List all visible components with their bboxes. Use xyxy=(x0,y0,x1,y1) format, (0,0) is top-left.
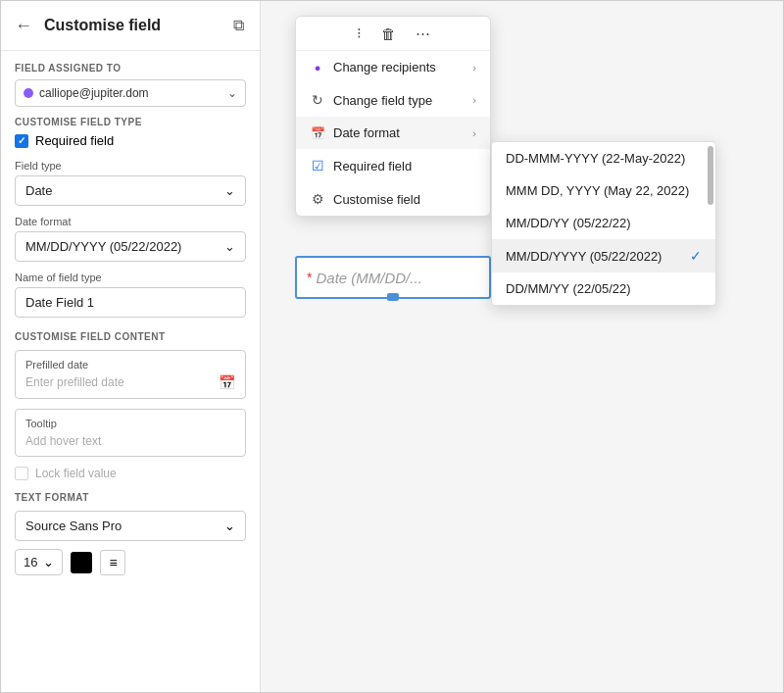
submenu-item-mm-dd-yyyy[interactable]: MM/DD/YYYY (05/22/2022) ✓ xyxy=(492,239,715,272)
date-format-submenu: DD-MMM-YYYY (22-May-2022) MMM DD, YYYY (… xyxy=(491,141,716,306)
customise-field-content-label: CUSTOMISE FIELD CONTENT xyxy=(15,331,246,342)
recipients-chevron-icon: › xyxy=(472,62,476,74)
dd-mm-yy-label: DD/MM/YY (22/05/22) xyxy=(506,281,631,296)
required-checkbox[interactable] xyxy=(15,134,28,148)
lock-field-label: Lock field value xyxy=(35,467,117,480)
field-type-chevron-icon: ⌄ xyxy=(224,183,235,198)
mm-dd-yy-label: MM/DD/YY (05/22/22) xyxy=(506,216,631,230)
right-panel: ⁝ 🗑 ⋯ ● Change recipients › ↻ Change fie… xyxy=(261,1,783,692)
menu-item-change-recipients[interactable]: ● Change recipients › xyxy=(296,51,490,83)
more-options-icon[interactable]: ⋯ xyxy=(416,25,430,42)
assigned-to-dropdown[interactable]: calliope@jupiter.dom ⌄ xyxy=(15,79,246,107)
font-name-text: Source Sans Pro xyxy=(25,519,122,533)
required-field-menu-icon: ☑ xyxy=(310,158,325,173)
format-bottom-row: 16 ⌄ ≡ xyxy=(15,549,246,575)
text-align-button[interactable]: ≡ xyxy=(100,550,125,575)
resize-handle[interactable] xyxy=(387,293,399,301)
font-size-value: 16 xyxy=(24,555,37,569)
font-select[interactable]: Source Sans Pro ⌄ xyxy=(15,511,246,541)
date-format-label: Date format xyxy=(15,216,246,227)
field-name-group: Name of field type xyxy=(15,272,246,318)
lock-field-row: Lock field value xyxy=(15,467,246,480)
prefilled-date-group: Prefilled date Enter prefilled date 📅 xyxy=(15,350,246,399)
tooltip-placeholder: Add hover text xyxy=(25,434,101,448)
menu-item-date-format[interactable]: 📅 Date format › xyxy=(296,117,490,149)
selected-check-icon: ✓ xyxy=(690,248,702,264)
font-size-select[interactable]: 16 ⌄ xyxy=(15,549,63,575)
submenu-item-dd-mmm-yyyy[interactable]: DD-MMM-YYYY (22-May-2022) xyxy=(492,142,715,174)
date-format-chevron-icon: › xyxy=(472,127,476,139)
panel-title: Customise field xyxy=(44,17,161,34)
field-type-select[interactable]: Date ⌄ xyxy=(15,175,246,206)
date-format-value: MM/DD/YYYY (05/22/2022) xyxy=(25,239,181,254)
required-asterisk: * xyxy=(307,270,312,285)
date-format-group: Date format MM/DD/YYYY (05/22/2022) ⌄ xyxy=(15,216,246,262)
back-button[interactable]: ← xyxy=(11,16,36,36)
field-type-value: Date xyxy=(25,183,52,198)
grid-icon[interactable]: ⁝ xyxy=(357,25,362,42)
copy-button[interactable]: ⧉ xyxy=(229,15,248,36)
lock-field-checkbox xyxy=(15,467,28,480)
font-chevron-icon: ⌄ xyxy=(224,519,235,533)
mmm-dd-yyyy-label: MMM DD, YYYY (May 22, 2022) xyxy=(506,183,689,198)
mm-dd-yyyy-label: MM/DD/YYYY (05/22/2022) xyxy=(506,249,662,264)
tooltip-label: Tooltip xyxy=(25,418,235,429)
text-format-label: TEXT FORMAT xyxy=(15,492,246,503)
menu-item-change-field-type[interactable]: ↻ Change field type › xyxy=(296,83,490,117)
trash-icon[interactable]: 🗑 xyxy=(381,25,396,42)
color-picker[interactable] xyxy=(71,552,92,573)
dd-mmm-yyyy-label: DD-MMM-YYYY (22-May-2022) xyxy=(506,151,685,166)
name-of-field-type-input[interactable] xyxy=(15,287,246,318)
field-type-group: Field type Date ⌄ xyxy=(15,160,246,206)
submenu-item-mm-dd-yy[interactable]: MM/DD/YY (05/22/22) xyxy=(492,207,715,239)
change-field-type-label: Change field type xyxy=(333,93,432,108)
menu-top-row: ⁝ 🗑 ⋯ xyxy=(296,17,490,51)
required-field-row: Required field xyxy=(15,133,246,148)
submenu-scrollbar[interactable] xyxy=(708,146,713,205)
left-panel: ← Customise field ⧉ FIELD ASSIGNED TO ca… xyxy=(1,1,261,692)
field-type-label: Field type xyxy=(15,160,246,172)
date-format-menu-label: Date format xyxy=(333,125,400,140)
date-format-icon: 📅 xyxy=(310,126,325,140)
date-format-chevron-icon: ⌄ xyxy=(224,239,235,254)
submenu-item-dd-mm-yy[interactable]: DD/MM/YY (22/05/22) xyxy=(492,272,715,305)
required-field-label: Required field xyxy=(35,133,114,148)
field-type-chevron-icon: › xyxy=(472,94,476,106)
user-dot-icon xyxy=(24,88,33,98)
calendar-icon[interactable]: 📅 xyxy=(219,374,235,390)
tooltip-group: Tooltip Add hover text xyxy=(15,409,246,457)
date-format-select[interactable]: MM/DD/YYYY (05/22/2022) ⌄ xyxy=(15,231,246,262)
customise-field-type-label: CUSTOMISE FIELD TYPE xyxy=(15,117,246,127)
customise-field-icon: ⚙ xyxy=(310,191,325,207)
dropdown-chevron-icon: ⌄ xyxy=(227,86,237,100)
app-container: ← Customise field ⧉ FIELD ASSIGNED TO ca… xyxy=(0,0,784,693)
panel-header: ← Customise field ⧉ xyxy=(1,1,260,51)
date-placeholder-text: Date (MM/DD/... xyxy=(316,270,421,286)
submenu-item-mmm-dd-yyyy[interactable]: MMM DD, YYYY (May 22, 2022) xyxy=(492,174,715,207)
assigned-email-text: calliope@jupiter.dom xyxy=(39,86,221,100)
customise-field-menu-label: Customise field xyxy=(333,192,420,207)
menu-item-required-field[interactable]: ☑ Required field xyxy=(296,149,490,182)
prefilled-date-row: Enter prefilled date 📅 xyxy=(25,374,235,390)
panel-body: FIELD ASSIGNED TO calliope@jupiter.dom ⌄… xyxy=(1,51,260,692)
date-field-preview[interactable]: * Date (MM/DD/... xyxy=(295,256,491,299)
field-assigned-to-label: FIELD ASSIGNED TO xyxy=(15,63,246,74)
font-size-chevron-icon: ⌄ xyxy=(43,555,54,569)
change-recipients-label: Change recipients xyxy=(333,60,436,74)
recipients-icon: ● xyxy=(310,62,325,74)
prefilled-date-label: Prefilled date xyxy=(25,359,235,371)
prefilled-date-placeholder: Enter prefilled date xyxy=(25,375,219,389)
required-field-menu-label: Required field xyxy=(333,159,412,173)
change-type-icon: ↻ xyxy=(310,92,325,108)
context-menu: ⁝ 🗑 ⋯ ● Change recipients › ↻ Change fie… xyxy=(295,16,491,217)
menu-item-customise-field[interactable]: ⚙ Customise field xyxy=(296,182,490,216)
name-of-field-type-label: Name of field type xyxy=(15,272,246,283)
align-icon: ≡ xyxy=(109,555,117,570)
